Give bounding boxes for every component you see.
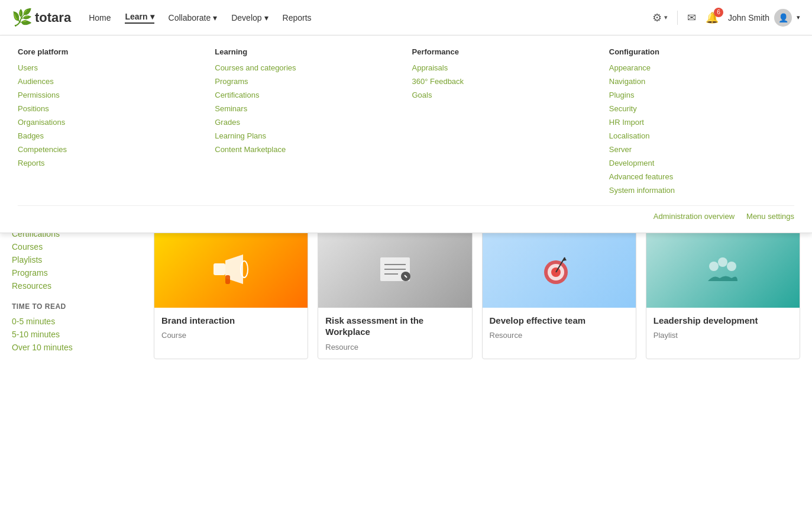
megaphone-svg — [208, 246, 255, 293]
dropdown-col-performance: Performance Appraisals 360° Feedback Goa… — [400, 47, 597, 199]
user-menu[interactable]: John Smith 👤 ▾ — [728, 9, 800, 27]
user-name: John Smith — [728, 13, 769, 22]
dropdown-link-grades[interactable]: Grades — [215, 118, 388, 127]
avatar: 👤 — [774, 9, 792, 27]
card-risk-assessment[interactable]: Risk assessment in the Workplace Resourc… — [318, 230, 472, 359]
admin-dropdown: Core platform Users Audiences Permission… — [0, 36, 812, 233]
card-leadership-development[interactable]: Leadership development Playlist — [646, 230, 800, 359]
filter-5-10-min[interactable]: 5-10 minutes — [12, 330, 142, 339]
dropdown-link-programs[interactable]: Programs — [215, 77, 388, 86]
svg-point-26 — [709, 262, 719, 271]
dropdown-link-content-marketplace[interactable]: Content Marketplace — [215, 145, 388, 154]
dropdown-col-header-configuration: Configuration — [609, 47, 782, 56]
card-brand-interaction[interactable]: Brand interaction Course — [154, 230, 308, 359]
filter-over-10-min[interactable]: Over 10 minutes — [12, 343, 142, 352]
dropdown-columns: Core platform Users Audiences Permission… — [18, 47, 794, 199]
card-body-develop-team: Develop effective team Resource — [483, 308, 636, 347]
menu-settings-link[interactable]: Menu settings — [746, 212, 794, 221]
dropdown-col-header-performance: Performance — [412, 47, 585, 56]
nav-right-area: ⚙ ▾ ✉ 🔔 6 John Smith 👤 ▾ — [652, 9, 800, 27]
card-title-develop-team: Develop effective team — [490, 315, 629, 327]
card-type-risk-assessment: Resource — [325, 343, 464, 352]
card-body-leadership-development: Leadership development Playlist — [646, 308, 800, 347]
filter-playlists[interactable]: Playlists — [12, 255, 142, 265]
card-develop-team[interactable]: Develop effective team Resource — [482, 230, 636, 359]
dropdown-link-appearance[interactable]: Appearance — [609, 63, 782, 72]
svg-rect-12 — [213, 263, 225, 275]
nav-item-learn[interactable]: Learn ▾ — [125, 12, 154, 24]
nav-divider — [677, 11, 678, 25]
dropdown-link-seminars[interactable]: Seminars — [215, 104, 388, 113]
dropdown-link-competencies[interactable]: Competencies — [18, 145, 191, 154]
card-image-leadership-development — [646, 231, 800, 308]
nav-item-develop[interactable]: Develop ▾ — [231, 13, 268, 22]
filter-courses[interactable]: Courses — [12, 242, 142, 252]
card-type-brand-interaction: Course — [161, 331, 300, 340]
dropdown-link-navigation[interactable]: Navigation — [609, 77, 782, 86]
chevron-down-icon: ▾ — [664, 14, 668, 21]
filter-0-5-min[interactable]: 0-5 minutes — [12, 317, 142, 326]
dropdown-col-header-core: Core platform — [18, 47, 191, 56]
dropdown-link-plugins[interactable]: Plugins — [609, 91, 782, 99]
logo-text: totara — [35, 10, 71, 25]
dropdown-link-appraisals[interactable]: Appraisals — [412, 63, 585, 72]
dropdown-link-audiences[interactable]: Audiences — [18, 77, 191, 86]
chevron-down-icon: ▾ — [264, 13, 268, 22]
card-body-risk-assessment: Risk assessment in the Workplace Resourc… — [318, 308, 471, 359]
notifications-bell[interactable]: 🔔 6 — [706, 11, 719, 24]
card-image-brand-interaction — [154, 231, 308, 308]
chevron-down-icon: ▾ — [150, 12, 154, 21]
svg-point-28 — [727, 262, 736, 271]
dropdown-link-localisation[interactable]: Localisation — [609, 131, 782, 140]
filter-resources[interactable]: Resources — [12, 281, 142, 291]
dropdown-link-360-feedback[interactable]: 360° Feedback — [412, 77, 585, 86]
chevron-down-icon: ▾ — [213, 13, 217, 22]
dropdown-footer: Administration overview Menu settings — [18, 205, 794, 221]
dropdown-link-development[interactable]: Development — [609, 159, 782, 167]
admin-overview-link[interactable]: Administration overview — [654, 212, 735, 221]
dropdown-link-security[interactable]: Security — [609, 104, 782, 113]
dropdown-col-core: Core platform Users Audiences Permission… — [18, 47, 203, 199]
leadership-svg — [699, 246, 746, 293]
dropdown-link-learning-plans[interactable]: Learning Plans — [215, 131, 388, 140]
nav-item-collaborate[interactable]: Collaborate ▾ — [169, 13, 218, 22]
dropdown-col-learning: Learning Courses and categories Programs… — [203, 47, 400, 199]
logo-leaf-icon: 🌿 — [12, 8, 33, 27]
filter-programs[interactable]: Programs — [12, 268, 142, 278]
mail-icon[interactable]: ✉ — [687, 11, 696, 24]
dropdown-link-system-information[interactable]: System information — [609, 186, 782, 195]
dropdown-link-server[interactable]: Server — [609, 145, 782, 154]
card-type-develop-team: Resource — [490, 331, 629, 340]
card-body-brand-interaction: Brand interaction Course — [154, 308, 308, 347]
main-nav-items: Home Learn ▾ Collaborate ▾ Develop ▾ Rep… — [89, 12, 652, 24]
dropdown-link-goals[interactable]: Goals — [412, 91, 585, 99]
svg-rect-13 — [225, 275, 230, 284]
dropdown-link-advanced-features[interactable]: Advanced features — [609, 172, 782, 181]
writing-svg — [371, 246, 419, 293]
svg-point-27 — [718, 257, 727, 267]
logo[interactable]: 🌿 totara — [12, 8, 71, 27]
dropdown-link-reports[interactable]: Reports — [18, 159, 191, 167]
dropdown-col-header-learning: Learning — [215, 47, 388, 56]
dropdown-link-courses[interactable]: Courses and categories — [215, 63, 388, 72]
card-image-develop-team — [483, 231, 636, 308]
time-to-read-section: TIME TO READ 0-5 minutes 5-10 minutes Ov… — [12, 302, 142, 352]
card-title-brand-interaction: Brand interaction — [161, 315, 300, 327]
top-navigation: 🌿 totara Home Learn ▾ Collaborate ▾ Deve… — [0, 0, 812, 36]
card-type-leadership-development: Playlist — [654, 331, 792, 340]
dropdown-link-certifications[interactable]: Certifications — [215, 91, 388, 99]
gear-button[interactable]: ⚙ ▾ — [652, 11, 668, 24]
dropdown-link-permissions[interactable]: Permissions — [18, 91, 191, 99]
dropdown-link-hr-import[interactable]: HR Import — [609, 118, 782, 127]
nav-item-reports[interactable]: Reports — [283, 13, 312, 22]
nav-item-home[interactable]: Home — [89, 13, 111, 22]
dropdown-link-badges[interactable]: Badges — [18, 131, 191, 140]
card-title-leadership-development: Leadership development — [654, 315, 792, 327]
card-image-risk-assessment — [318, 231, 471, 308]
dropdown-col-configuration: Configuration Appearance Navigation Plug… — [597, 47, 794, 199]
dropdown-link-users[interactable]: Users — [18, 63, 191, 72]
notification-badge: 6 — [714, 8, 723, 17]
time-to-read-title: TIME TO READ — [12, 302, 142, 311]
dropdown-link-organisations[interactable]: Organisations — [18, 118, 191, 127]
dropdown-link-positions[interactable]: Positions — [18, 104, 191, 113]
